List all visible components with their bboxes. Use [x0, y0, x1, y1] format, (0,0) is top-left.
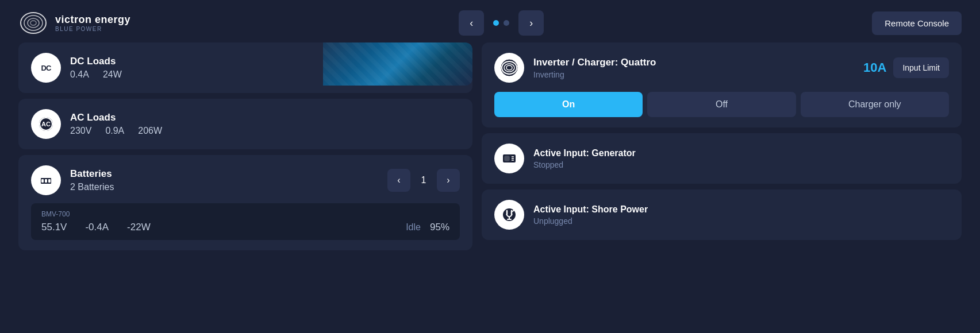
dc-loads-power: 24W	[103, 69, 122, 80]
svg-text:AC: AC	[41, 121, 51, 127]
inverter-controls: 10A Input Limit	[863, 57, 949, 78]
battery-status-area: Idle 95%	[406, 222, 449, 233]
shore-power-icon	[494, 200, 524, 230]
batteries-prev-button[interactable]: ‹	[387, 169, 410, 192]
ac-icon-svg: AC	[38, 116, 54, 132]
nav-next-button[interactable]: ›	[518, 10, 544, 36]
batteries-nav: ‹ 1 ›	[387, 169, 460, 192]
batteries-card: Batteries 2 Batteries ‹ 1 › BMV-700 55.1…	[18, 155, 472, 250]
mode-off-button[interactable]: Off	[647, 92, 795, 117]
dc-loads-icon: DC	[31, 53, 61, 83]
logo-tagline: BLUE POWER	[55, 26, 130, 32]
mode-on-button[interactable]: On	[494, 92, 643, 117]
dc-icon-label: DC	[41, 64, 51, 72]
dc-loads-thumbnail	[323, 42, 472, 86]
batteries-header: Batteries 2 Batteries ‹ 1 ›	[31, 165, 460, 195]
svg-rect-10	[44, 176, 48, 177]
ac-loads-info: AC Loads 230V 0.9A 206W	[70, 112, 460, 136]
ac-loads-power: 206W	[138, 126, 162, 136]
mode-buttons: On Off Charger only	[494, 92, 949, 117]
svg-rect-13	[48, 179, 51, 183]
nav-dot-2[interactable]	[504, 20, 509, 26]
ac-loads-current: 0.9A	[105, 126, 124, 136]
dc-loads-card: DC DC Loads 0.4A 24W	[18, 42, 472, 93]
inverter-info: Inverter / Charger: Quattro Inverting	[533, 57, 854, 79]
main-content: DC DC Loads 0.4A 24W AC	[0, 42, 980, 262]
battery-power: -22W	[127, 222, 151, 233]
svg-rect-12	[45, 179, 47, 183]
batteries-page-num: 1	[415, 175, 432, 185]
ac-loads-values: 230V 0.9A 206W	[70, 126, 460, 136]
battery-readings: 55.1V -0.4A -22W Idle 95%	[41, 222, 449, 233]
battery-status-text: Idle	[406, 222, 421, 233]
shore-power-info: Active Input: Shore Power Unplugged	[533, 204, 648, 226]
shore-power-status: Unplugged	[533, 216, 648, 226]
svg-point-1	[24, 16, 43, 30]
logo-text: victron energy BLUE POWER	[55, 14, 130, 32]
svg-point-14	[501, 60, 517, 76]
victron-logo-icon	[18, 10, 48, 36]
inverter-title: Inverter / Charger: Quattro	[533, 57, 854, 68]
nav-prev-button[interactable]: ‹	[459, 10, 484, 36]
inverter-status: Inverting	[533, 70, 854, 79]
generator-status: Stopped	[533, 160, 636, 169]
right-panel: Inverter / Charger: Quattro Inverting 10…	[482, 42, 962, 250]
svg-point-3	[30, 21, 36, 25]
svg-point-2	[28, 18, 39, 28]
nav-controls: ‹ ›	[459, 10, 544, 36]
nav-dots	[489, 20, 514, 26]
generator-info: Active Input: Generator Stopped	[533, 148, 636, 169]
remote-console-button[interactable]: Remote Console	[872, 11, 962, 35]
shore-power-card: Active Input: Shore Power Unplugged	[482, 189, 962, 240]
input-limit-button[interactable]: Input Limit	[893, 57, 949, 78]
left-panel: DC DC Loads 0.4A 24W AC	[18, 42, 472, 250]
input-limit-value: 10A	[863, 60, 886, 75]
battery-model-label: BMV-700	[41, 210, 449, 218]
shore-power-icon-svg	[501, 207, 517, 223]
batteries-info: Batteries 2 Batteries	[70, 168, 378, 192]
svg-rect-11	[41, 179, 44, 183]
battery-detail: BMV-700 55.1V -0.4A -22W Idle 95%	[31, 203, 460, 240]
shore-power-title: Active Input: Shore Power	[533, 204, 648, 215]
inverter-icon-svg	[500, 59, 518, 77]
nav-dot-1[interactable]	[493, 20, 499, 26]
mode-charger-only-button[interactable]: Charger only	[801, 92, 949, 117]
inverter-card: Inverter / Charger: Quattro Inverting 10…	[482, 42, 962, 127]
batteries-icon	[31, 165, 61, 195]
generator-title: Active Input: Generator	[533, 148, 636, 158]
header: victron energy BLUE POWER ‹ › Remote Con…	[0, 0, 980, 42]
inverter-header: Inverter / Charger: Quattro Inverting 10…	[494, 53, 949, 83]
ac-loads-title: AC Loads	[70, 112, 460, 123]
dc-loads-current: 0.4A	[70, 69, 89, 80]
generator-icon	[494, 144, 524, 173]
thumbnail-image	[323, 42, 472, 86]
battery-icon-svg	[38, 172, 54, 188]
batteries-title: Batteries	[70, 168, 378, 180]
ac-loads-icon: AC	[31, 109, 61, 139]
battery-voltage: 55.1V	[41, 222, 67, 233]
ac-loads-card: AC AC Loads 230V 0.9A 206W	[18, 99, 472, 149]
batteries-next-button[interactable]: ›	[437, 169, 460, 192]
inverter-icon	[494, 53, 524, 83]
svg-rect-19	[505, 156, 509, 161]
battery-current: -0.4A	[85, 222, 109, 233]
logo-name: victron energy	[55, 14, 130, 26]
batteries-subtitle: 2 Batteries	[70, 182, 378, 192]
logo-area: victron energy BLUE POWER	[18, 10, 130, 36]
generator-icon-svg	[501, 150, 517, 166]
ac-loads-voltage: 230V	[70, 126, 91, 136]
battery-percentage: 95%	[430, 222, 449, 233]
generator-card: Active Input: Generator Stopped	[482, 133, 962, 184]
